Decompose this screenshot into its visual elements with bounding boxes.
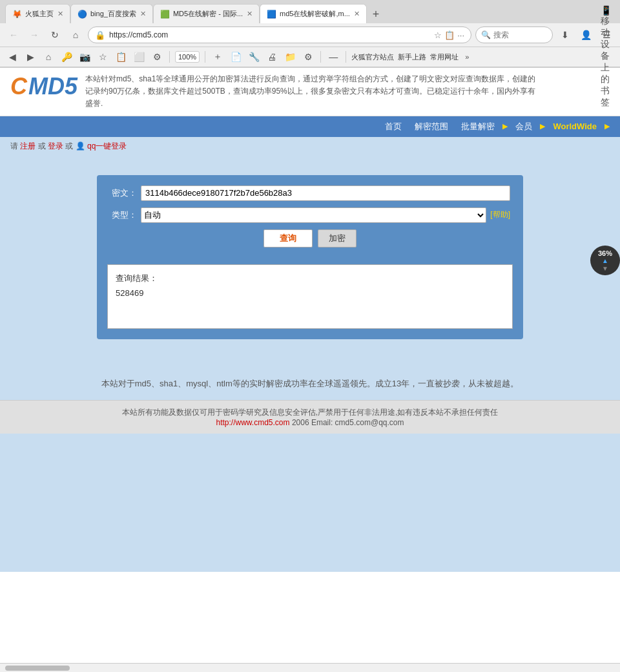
nav-batch-decrypt[interactable]: 批量解密 <box>456 118 500 135</box>
toolbar-prev[interactable]: ◀ <box>5 50 19 64</box>
qq-login-link[interactable]: qq一键登录 <box>87 142 127 151</box>
help-link[interactable]: [帮助] <box>490 209 510 220</box>
result-value: 528469 <box>116 288 504 298</box>
toolbar-plus[interactable]: ＋ <box>211 50 225 64</box>
nav-arrow-2: ▶ <box>540 122 545 131</box>
tab-cmd5-active[interactable]: 🟦 md5在线解密破解,m... ✕ <box>260 4 367 23</box>
encrypt-button[interactable]: 加密 <box>318 229 356 247</box>
md5-intl-icon: 🟩 <box>160 10 169 19</box>
refresh-button[interactable]: ↻ <box>46 26 63 43</box>
bookmark-icon[interactable]: ☆ <box>434 30 442 40</box>
toolbar-page-icon[interactable]: 📄 <box>229 50 243 64</box>
nav-arrow-3: ▶ <box>604 122 610 131</box>
footer-year: 2006 <box>292 418 309 427</box>
bookmark-more[interactable]: » <box>462 52 471 62</box>
toolbar-new[interactable]: ⬜ <box>132 50 146 64</box>
toolbar-sep-3 <box>320 51 321 63</box>
tab-close-2[interactable]: ✕ <box>140 10 146 18</box>
query-form: 密文： 类型： 自动 md5 sha1 mysql ntlm [帮助] <box>97 175 523 258</box>
toolbar-next[interactable]: ▶ <box>23 50 37 64</box>
forward-button[interactable]: → <box>26 26 43 43</box>
address-bar: ← → ↻ ⌂ 🔒 https://cmd5.com ☆ 📋 ··· 🔍 ⬇ 👤… <box>0 23 620 47</box>
search-box[interactable]: 🔍 <box>475 26 553 43</box>
site-description: 本站针对md5、sha1等全球通用公开的加密算法进行反向查询，通过穷举字符组合的… <box>85 73 537 110</box>
qq-icon: 👤 <box>76 142 85 151</box>
cmd5-icon: 🟦 <box>267 10 276 19</box>
site-nav: 首页 解密范围 批量解密 ▶ 会员 ▶ WorldWide ▶ <box>0 116 620 137</box>
toolbar-key[interactable]: 🔑 <box>59 50 74 64</box>
scroll-indicator[interactable]: 36% ▲ ▼ <box>590 246 620 275</box>
nav-vip[interactable]: 会员 <box>510 118 537 135</box>
toolbar-bar: ◀ ▶ ⌂ 🔑 📷 ☆ 📋 ⬜ ⚙ 100% ＋ 📄 🔧 🖨 📁 ⚙ — 火狐官… <box>0 47 620 67</box>
cipher-row: 密文： <box>110 185 510 201</box>
new-tab-button[interactable]: + <box>367 5 385 23</box>
scroll-down-arrow[interactable]: ▼ <box>602 265 608 272</box>
bookmark-newuser[interactable]: 新手上路 <box>398 52 426 62</box>
toolbar-dash[interactable]: — <box>326 50 340 64</box>
type-select-wrap: 自动 md5 sha1 mysql ntlm [帮助] <box>141 207 510 223</box>
toolbar-settings2[interactable]: ⚙ <box>150 50 164 64</box>
tabs-bar: 🦊 火狐主页 ✕ 🔵 bing_百度搜索 ✕ 🟩 MD5在线解密 - 国际...… <box>0 0 620 23</box>
mobile-bookmarks[interactable]: 📱移动设备上的书签 <box>601 50 615 64</box>
cipher-input[interactable] <box>141 185 510 201</box>
nav-arrow-1: ▶ <box>502 122 508 131</box>
nav-worldwide[interactable]: WorldWide <box>548 119 602 134</box>
tab-close-1[interactable]: ✕ <box>57 10 63 18</box>
register-link[interactable]: 注册 <box>20 142 36 151</box>
site-logo: C MD5 <box>10 73 78 100</box>
address-text: https://cmd5.com <box>109 30 430 39</box>
login-bar: 请 注册 或 登录 或 👤 qq一键登录 <box>0 137 620 156</box>
tab-close-3[interactable]: ✕ <box>247 10 253 18</box>
scroll-arrows: ▲ ▼ <box>602 257 608 272</box>
main-area: 密文： 类型： 自动 md5 sha1 mysql ntlm [帮助] <box>0 156 620 359</box>
back-button[interactable]: ← <box>5 26 22 43</box>
tab-title-4: md5在线解密破解,m... <box>280 9 350 19</box>
toolbar-zoom[interactable]: 100% <box>175 51 200 63</box>
more-icon[interactable]: ··· <box>457 30 464 40</box>
or2-text: 或 <box>65 142 73 151</box>
tab-title-1: 火狐主页 <box>25 9 54 19</box>
tab-bing[interactable]: 🔵 bing_百度搜索 ✕ <box>70 4 153 23</box>
nav-decrypt-range[interactable]: 解密范围 <box>409 118 453 135</box>
footer-disclaimer: 本站所有功能及数据仅可用于密码学研究及信息安全评估,严禁用于任何非法用途,如有违… <box>6 407 614 418</box>
toolbar-settings3[interactable]: ⚙ <box>301 50 315 64</box>
query-box: 密文： 类型： 自动 md5 sha1 mysql ntlm [帮助] <box>97 175 523 339</box>
tab-firefox-home[interactable]: 🦊 火狐主页 ✕ <box>5 4 70 23</box>
firefox-icon: 🦊 <box>12 10 21 19</box>
footer-url[interactable]: http://www.cmd5.com <box>216 418 290 427</box>
logo-c: C <box>10 73 27 100</box>
lock-icon: 🔒 <box>95 30 105 40</box>
toolbar-camera[interactable]: 📷 <box>78 50 92 64</box>
reader-icon[interactable]: 📋 <box>444 30 455 40</box>
toolbar-sep-4 <box>346 51 346 63</box>
toolbar-folder[interactable]: 📁 <box>283 50 297 64</box>
toolbar-home2[interactable]: ⌂ <box>41 50 56 64</box>
scroll-up-arrow[interactable]: ▲ <box>602 257 608 264</box>
home-button[interactable]: ⌂ <box>67 26 84 43</box>
bookmark-common[interactable]: 常用网址 <box>430 52 459 62</box>
type-label: 类型： <box>110 209 137 221</box>
tab-md5-intl[interactable]: 🟩 MD5在线解密 - 国际... ✕ <box>153 4 260 23</box>
toolbar-tool[interactable]: 🔧 <box>247 50 261 64</box>
login-prefix: 请 <box>10 142 18 151</box>
address-input[interactable]: 🔒 https://cmd5.com ☆ 📋 ··· <box>88 26 471 43</box>
query-button[interactable]: 查询 <box>264 229 313 247</box>
toolbar-print[interactable]: 🖨 <box>265 50 279 64</box>
bookmark-firefox[interactable]: 火狐官方站点 <box>351 52 394 62</box>
footer-links: http://www.cmd5.com 2006 Email: cmd5.com… <box>6 418 614 427</box>
toolbar-star[interactable]: ☆ <box>96 50 110 64</box>
tab-close-4[interactable]: ✕ <box>354 10 360 18</box>
nav-home[interactable]: 首页 <box>380 118 407 135</box>
result-box: 查询结果： 528469 <box>107 264 513 329</box>
toolbar-sep-1 <box>169 51 170 63</box>
downloads-icon[interactable]: ⬇ <box>557 26 574 43</box>
type-select[interactable]: 自动 md5 sha1 mysql ntlm <box>141 207 486 223</box>
login-link[interactable]: 登录 <box>48 142 63 151</box>
sync-icon[interactable]: 👤 <box>577 26 594 43</box>
toolbar-copy[interactable]: 📋 <box>114 50 128 64</box>
result-title: 查询结果： <box>116 273 504 284</box>
or-text: 或 <box>38 142 46 151</box>
search-input[interactable] <box>493 30 545 39</box>
page-content: C MD5 本站针对md5、sha1等全球通用公开的加密算法进行反向查询，通过穷… <box>0 68 620 572</box>
scroll-percent: 36% <box>598 249 612 257</box>
